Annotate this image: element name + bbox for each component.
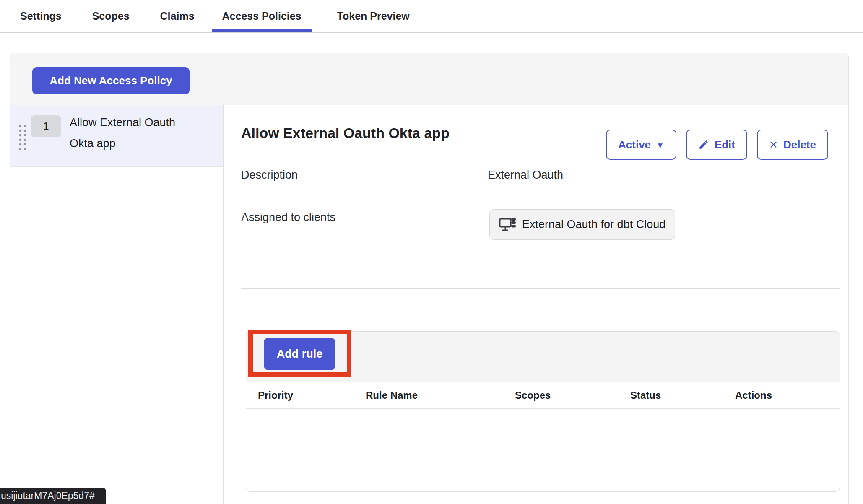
column-header-rule-name: Rule Name [366,382,418,408]
tab-label: Scopes [92,10,130,22]
monitor-icon [499,217,517,233]
assigned-to-clients-label: Assigned to clients [241,211,335,224]
link-preview-text: usijiutarM7Aj0Ep5d7# [1,490,95,501]
tab-bar: Settings Scopes Claims Access Policies T… [0,0,863,33]
tab-scopes[interactable]: Scopes [82,0,140,32]
policy-priority-badge: 1 [31,115,61,137]
column-header-status: Status [630,382,661,408]
tab-label: Token Preview [337,10,410,22]
status-dropdown-button[interactable]: Active ▼ [606,130,676,160]
policy-name-label: Allow External Oauth Okta app [70,112,195,154]
add-new-access-policy-button[interactable]: Add New Access Policy [32,67,190,94]
close-icon: ✕ [769,140,778,150]
policy-title: Allow External Oauth Okta app [241,125,450,141]
chevron-down-icon: ▼ [656,141,664,149]
description-label: Description [241,169,298,182]
edit-button[interactable]: Edit [686,130,747,160]
add-rule-button[interactable]: Add rule [264,338,335,370]
drag-handle-icon[interactable] [17,123,27,150]
tab-label: Claims [160,10,195,22]
column-header-priority: Priority [258,382,293,408]
tab-label: Access Policies [222,10,302,22]
tab-claims[interactable]: Claims [150,0,205,32]
rules-table-empty-body [246,409,840,491]
column-header-actions: Actions [735,382,772,408]
column-header-scopes: Scopes [515,382,551,408]
pencil-icon [698,139,709,150]
policy-detail-panel: Allow External Oauth Okta app Active ▼ E… [224,105,848,504]
active-tab-underline [212,29,312,32]
card-body: 1 Allow External Oauth Okta app Allow Ex… [10,105,848,504]
tab-label: Settings [20,10,62,22]
tab-access-policies[interactable]: Access Policies [212,0,312,32]
assigned-client-name: External Oauth for dbt Cloud [522,218,665,231]
access-policies-page: Settings Scopes Claims Access Policies T… [0,0,863,504]
rules-table-header: Priority Rule Name Scopes Status Actions [246,382,840,409]
link-preview-status-bubble: usijiutarM7Aj0Ep5d7# [0,488,106,504]
tab-settings[interactable]: Settings [10,0,72,32]
section-divider [241,288,840,289]
card-header: Add New Access Policy [10,53,848,105]
rules-table-container: Add rule Priority Rule Name Scopes Statu… [246,331,840,492]
description-value: External Oauth [488,169,563,182]
delete-button[interactable]: ✕ Delete [757,130,828,160]
status-dropdown-label: Active [618,138,651,151]
policy-list-item-selected[interactable]: 1 Allow External Oauth Okta app [10,105,223,167]
assigned-client-chip[interactable]: External Oauth for dbt Cloud [489,209,675,240]
delete-button-label: Delete [783,138,816,151]
policy-list-sidebar: 1 Allow External Oauth Okta app [10,105,224,504]
edit-button-label: Edit [715,138,735,151]
access-policies-card: Add New Access Policy 1 Allow External O… [10,53,849,504]
tab-token-preview[interactable]: Token Preview [327,0,420,32]
policy-action-buttons: Active ▼ Edit ✕ Delete [606,130,828,160]
